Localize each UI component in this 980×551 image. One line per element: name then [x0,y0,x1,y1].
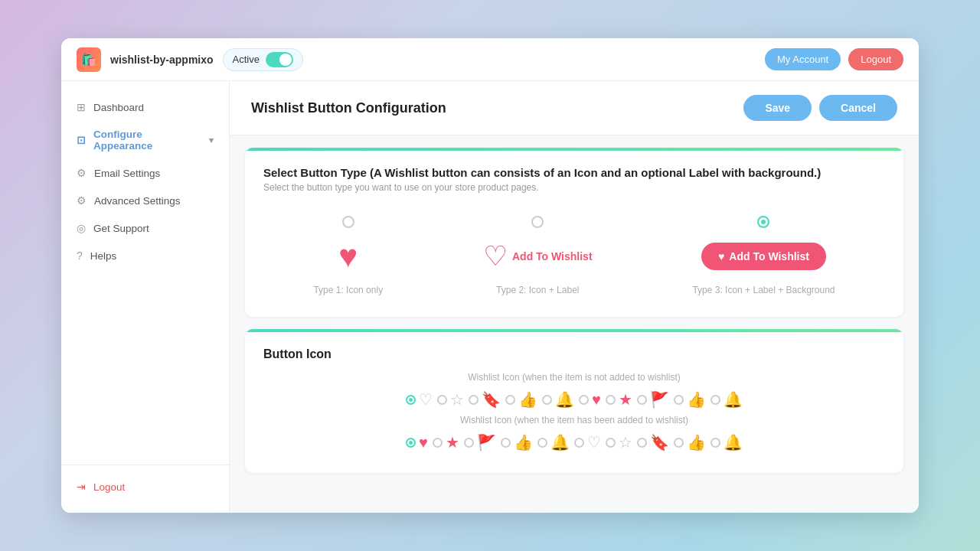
icon-flag-solid: 🚩 [650,390,669,409]
toggle-knob [279,54,292,66]
active-toggle[interactable]: Active [223,48,303,71]
icon-option-star-outline[interactable]: ☆ [437,390,464,409]
added-icon-thumbup: 👍 [514,433,533,452]
sidebar-item-email-settings[interactable]: ⚙ Email Settings [61,159,229,187]
type3-radio[interactable] [757,216,769,228]
added-icon-option-star-solid[interactable]: ★ [433,433,459,452]
type2-preview: ♡ Add To Wishlist [483,237,593,276]
icon-option-thumbup-outline[interactable]: 👍 [505,390,537,409]
added-icon-radio-heart-solid[interactable] [406,438,416,448]
sidebar-item-label-helps: Helps [90,250,117,262]
icon-radio-heart-outline[interactable] [406,395,416,405]
dashboard-icon: ⊞ [77,101,86,113]
added-icon-radio-flag[interactable] [464,438,474,448]
my-account-button[interactable]: My Account [765,48,841,70]
cancel-button[interactable]: Cancel [819,95,897,121]
added-icon-bookmark-outline: 🔖 [650,433,669,452]
added-icon-radio-heart-outline[interactable] [574,438,584,448]
content-area: Wishlist Button Configuration Save Cance… [230,81,919,513]
type1-preview: ♥ [338,237,358,276]
added-icon-radio-bell-outline[interactable] [710,438,720,448]
sidebar-item-label-advanced-settings: Advanced Settings [94,195,181,207]
icon-radio-star-outline[interactable] [437,395,447,405]
icon-heart-solid: ♥ [592,391,601,409]
icon-option-star-solid[interactable]: ★ [606,390,632,409]
added-icon-grid: ♥ ★ 🚩 👍 [263,433,885,452]
added-icon-radio-thumbup[interactable] [501,438,511,448]
sidebar-item-label-configure-appearance: Configure Appearance [93,129,201,152]
card-body-button-icon: Button Icon Wishlist Icon (when the item… [245,332,903,473]
button-type-option-1[interactable]: ♥ Type 1: Icon only [313,216,383,295]
toggle-switch[interactable] [266,52,293,67]
added-icon-option-star-outline[interactable]: ☆ [606,433,632,452]
sidebar-logout-button[interactable]: ⇥ Logout [61,473,229,500]
added-icon-option-thumbup-outline[interactable]: 👍 [674,433,706,452]
added-icon-option-bell-outline[interactable]: 🔔 [710,433,743,452]
added-icon-option-thumbup[interactable]: 👍 [501,433,533,452]
icon-option-bookmark-outline[interactable]: 🔖 [469,390,501,409]
icon-heart-outline: ♡ [419,390,433,409]
chevron-down-icon: ▾ [209,135,214,145]
added-icon-radio-star-solid[interactable] [433,438,443,448]
type2-heart-icon: ♡ [483,240,508,272]
icon-option-bell-outline[interactable]: 🔔 [542,390,574,409]
wishlist-icon-added-label: Wishlist Icon (when the item has been ad… [263,415,885,425]
type2-radio[interactable] [531,216,544,228]
sidebar-item-helps[interactable]: ? Helps [61,242,229,269]
type2-radio-row [531,216,544,228]
added-icon-bell: 🔔 [550,433,570,452]
added-icon-heart-solid: ♥ [419,434,428,452]
button-type-option-2[interactable]: ♡ Add To Wishlist Type 2: Icon + Label [483,216,593,295]
sidebar-item-configure-appearance[interactable]: ⊡ Configure Appearance ▾ [61,121,229,159]
added-icon-radio-star-outline[interactable] [606,438,616,448]
button-type-section-title: Select Button Type (A Wishlist button ca… [263,166,885,179]
added-icon-option-heart-solid-selected[interactable]: ♥ [406,434,428,452]
icon-radio-bookmark-outline[interactable] [469,395,479,405]
wishlist-icon-not-added-label: Wishlist Icon (when the item is not adde… [263,372,885,383]
app-logo-icon: 🛍️ [77,47,101,72]
get-support-icon: ◎ [77,222,86,234]
icon-thumbup-solid: 👍 [687,390,706,409]
button-type-option-3[interactable]: ♥ Add To Wishlist Type 3: Icon + Label +… [692,216,835,295]
save-button[interactable]: Save [743,95,812,121]
added-icon-option-heart-outline[interactable]: ♡ [574,433,601,452]
button-type-card: Select Button Type (A Wishlist button ca… [245,148,903,317]
added-icon-radio-bookmark-outline[interactable] [637,438,647,448]
icon-option-heart-solid[interactable]: ♥ [579,391,601,409]
added-icon-radio-thumbup-outline[interactable] [674,438,684,448]
icon-option-bell-solid[interactable]: 🔔 [710,390,743,409]
icon-radio-bell-outline[interactable] [542,395,552,405]
type3-heart-icon: ♥ [718,250,724,262]
icon-radio-heart-solid[interactable] [579,395,589,405]
type1-radio-row [342,216,354,228]
icon-radio-thumbup-solid[interactable] [674,395,684,405]
added-icon-option-flag[interactable]: 🚩 [464,433,496,452]
icon-option-heart-outline-selected[interactable]: ♡ [406,390,433,409]
button-types-row: ♥ Type 1: Icon only ♡ Add To Wishlist [263,208,885,302]
page-title: Wishlist Button Configuration [251,100,446,116]
icon-radio-bell-solid[interactable] [710,395,720,405]
configure-appearance-icon: ⊡ [77,134,86,146]
added-icon-radio-bell[interactable] [537,438,547,448]
icon-option-flag-solid[interactable]: 🚩 [637,390,669,409]
icon-option-thumbup-solid[interactable]: 👍 [674,390,706,409]
type3-button-preview: ♥ Add To Wishlist [701,243,826,270]
type3-label: Type 3: Icon + Label + Background [692,285,835,295]
top-bar-left: 🛍️ wishlist-by-appmixo Active [77,47,303,72]
sidebar-item-get-support[interactable]: ◎ Get Support [61,214,229,242]
logout-top-button[interactable]: Logout [848,48,903,70]
icon-radio-star-solid[interactable] [606,395,616,405]
button-type-section-subtitle: Select the button type you want to use o… [263,182,885,193]
sidebar-item-advanced-settings[interactable]: ⚙ Advanced Settings [61,187,229,214]
advanced-settings-icon: ⚙ [77,194,87,207]
type1-radio[interactable] [342,216,354,228]
added-icon-option-bell[interactable]: 🔔 [537,433,570,452]
header-buttons: Save Cancel [743,95,897,121]
type3-add-wishlist-label: Add To Wishlist [729,250,809,262]
button-icon-card: Button Icon Wishlist Icon (when the item… [245,329,903,473]
added-icon-option-bookmark-outline[interactable]: 🔖 [637,433,669,452]
icon-radio-flag-solid[interactable] [637,395,647,405]
type3-radio-row [757,216,769,228]
sidebar-item-dashboard[interactable]: ⊞ Dashboard [61,93,229,121]
icon-radio-thumbup-outline[interactable] [505,395,515,405]
